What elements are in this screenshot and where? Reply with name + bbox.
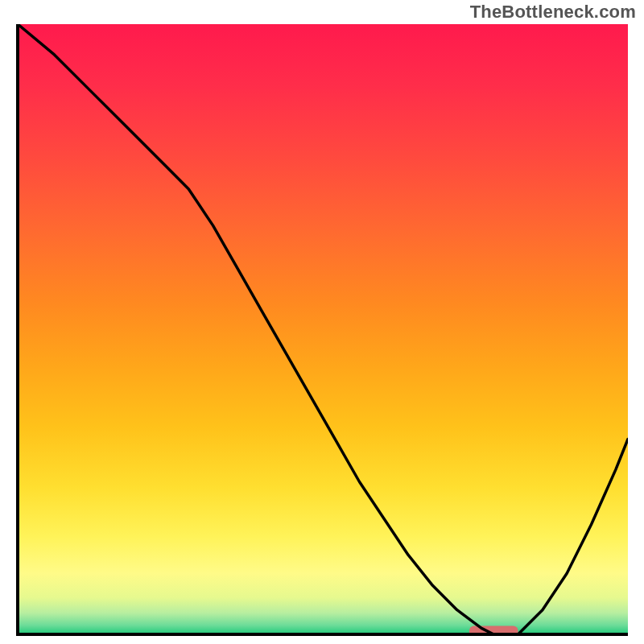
chart-container: TheBottleneck.com	[0, 0, 644, 644]
watermark-text: TheBottleneck.com	[470, 2, 636, 23]
plot-area	[16, 24, 628, 636]
bottleneck-chart	[16, 24, 628, 636]
gradient-background	[18, 24, 628, 634]
